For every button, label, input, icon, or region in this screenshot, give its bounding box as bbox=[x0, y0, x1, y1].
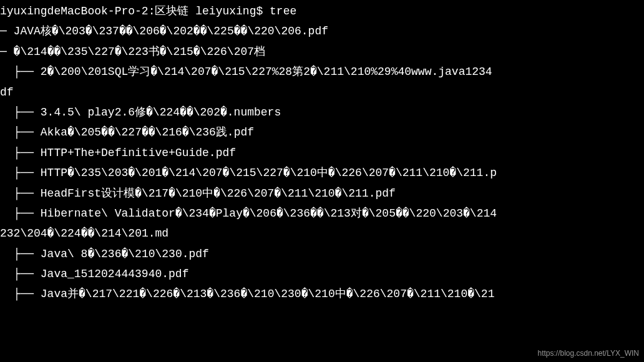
prompt-line: iyuxingdeMacBook-Pro-2:区块链 leiyuxing$ tr… bbox=[0, 1, 644, 21]
tree-line: ─ �\214��\235\227�\223书�\215�\226\207档 bbox=[0, 42, 644, 62]
tree-line: df bbox=[0, 82, 644, 102]
tree-line: ├── Java并�\217\221�\226�\213�\236�\210\2… bbox=[0, 284, 644, 304]
terminal-output: iyuxingdeMacBook-Pro-2:区块链 leiyuxing$ tr… bbox=[0, 1, 644, 305]
tree-line: ├── 3.4.5\ play2.6修�\224��\202�.numbers bbox=[0, 102, 644, 122]
tree-line: ├── HeadFirst设计模�\217�\210中�\226\207�\21… bbox=[0, 183, 644, 203]
tree-line: ├── HTTP+The+Definitive+Guide.pdf bbox=[0, 143, 644, 163]
tree-line: ├── Hibernate\ Validator�\234�Play�\206�… bbox=[0, 203, 644, 223]
tree-line: ├── Java\ 8�\236�\210\230.pdf bbox=[0, 244, 644, 264]
tree-line: 232\204�\224��\214\201.md bbox=[0, 223, 644, 243]
tree-line: ├── HTTP�\235\203�\201�\214\207�\215\227… bbox=[0, 163, 644, 183]
tree-line: ├── 2�\200\201SQL学习�\214\207�\215\227%28… bbox=[0, 62, 644, 82]
tree-line: ├── Akka�\205��\227��\216�\236践.pdf bbox=[0, 122, 644, 142]
tree-line: ─ JAVA核�\203�\237��\206�\202��\225��\220… bbox=[0, 21, 644, 41]
watermark-text: https://blog.csdn.net/LYX_WIN bbox=[537, 347, 639, 361]
tree-line: ├── Java_1512024443940.pdf bbox=[0, 264, 644, 284]
